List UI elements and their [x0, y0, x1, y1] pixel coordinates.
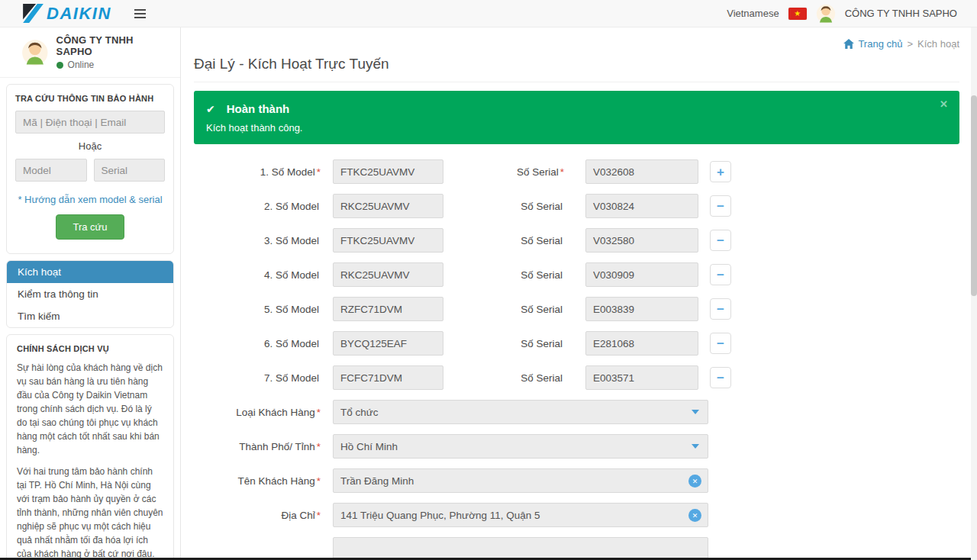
- page-title: Đại Lý - Kích Hoạt Trực Tuyến: [194, 56, 959, 72]
- or-label: Hoặc: [15, 140, 165, 152]
- remove-row-button[interactable]: −: [710, 298, 731, 320]
- city-label: Thành Phố/ Tỉnh*: [194, 441, 321, 452]
- brand-wordmark: DAIKIN: [47, 4, 111, 24]
- top-bar: DAIKIN Vietnamese ★ CÔNG TY TNHH SAPHO: [0, 0, 977, 27]
- serial-input[interactable]: [585, 297, 698, 321]
- remove-row-button[interactable]: −: [710, 264, 731, 285]
- clear-field-icon[interactable]: [688, 475, 701, 488]
- product-row: 4. Số Model Số Serial −: [194, 262, 959, 287]
- phone-input[interactable]: [333, 537, 708, 560]
- customer-type-row: Loại Khách Hàng*: [194, 400, 959, 424]
- online-status-label: Online: [68, 60, 95, 70]
- product-row: 1. Số Model* Số Serial* +: [194, 159, 959, 184]
- product-row: 5. Số Model Số Serial −: [194, 297, 959, 321]
- policy-paragraph: Với hai trung tâm bảo hành chính tại TP.…: [17, 465, 163, 560]
- serial-input[interactable]: [585, 228, 698, 253]
- warranty-search-card: TRA CỨU THÔNG TIN BẢO HÀNH Hoặc * Hướng …: [6, 84, 174, 254]
- model-label: 3. Số Model: [194, 235, 321, 246]
- model-input[interactable]: [333, 365, 443, 390]
- policy-title: CHÍNH SÁCH DỊCH VỤ: [17, 344, 163, 353]
- serial-label: Số Serial: [443, 372, 564, 384]
- model-input[interactable]: [333, 297, 443, 321]
- product-row: 3. Số Model Số Serial −: [194, 228, 959, 253]
- serial-label: Số Serial*: [443, 166, 564, 178]
- breadcrumb-separator: >: [907, 38, 913, 50]
- model-label: 2. Số Model: [194, 201, 321, 212]
- remove-row-button[interactable]: −: [710, 367, 731, 388]
- address-label: Địa Chỉ*: [194, 510, 321, 521]
- success-alert: Hoàn thành Kích hoạt thành công.: [194, 91, 959, 144]
- serial-label: Số Serial: [443, 269, 564, 281]
- customer-type-label: Loại Khách Hàng*: [194, 407, 321, 418]
- alert-title: Hoàn thành: [227, 102, 290, 115]
- alert-close-icon[interactable]: [940, 98, 948, 110]
- search-card-title: TRA CỨU THÔNG TIN BẢO HÀNH: [15, 94, 165, 103]
- serial-input[interactable]: [585, 331, 698, 356]
- alert-message: Kích hoạt thành công.: [206, 122, 947, 134]
- address-row: Địa Chỉ*: [194, 503, 959, 527]
- search-button[interactable]: Tra cứu: [56, 214, 124, 240]
- clear-field-icon[interactable]: [688, 509, 701, 522]
- next-field-row-partial: [194, 537, 959, 560]
- serial-input[interactable]: [585, 194, 698, 218]
- serial-label: Số Serial: [443, 235, 564, 246]
- sidebar-user-name: CÔNG TY TNHH SAPHO: [56, 34, 171, 57]
- model-input[interactable]: [333, 228, 443, 253]
- home-icon: [843, 39, 854, 49]
- serial-label: Số Serial: [443, 338, 564, 349]
- model-serial-guide-link[interactable]: * Hướng dẫn xem model & serial: [15, 194, 165, 205]
- model-label: 5. Số Model: [194, 304, 321, 315]
- sidebar-user-panel: CÔNG TY TNHH SAPHO Online: [0, 27, 180, 78]
- city-select[interactable]: [333, 434, 708, 459]
- breadcrumb-home-link[interactable]: Trang chủ: [843, 38, 902, 50]
- title-divider: [194, 82, 959, 82]
- serial-label: Số Serial: [443, 304, 564, 315]
- policy-paragraph: Sự hài lòng của khách hàng về dịch vụ sa…: [17, 361, 163, 457]
- search-serial-input[interactable]: [94, 159, 166, 182]
- scrollbar-thumb[interactable]: [971, 95, 977, 296]
- main-content: Trang chủ > Kích hoạt Đại Lý - Kích Hoạt…: [181, 27, 977, 560]
- model-input[interactable]: [333, 194, 443, 218]
- sidebar: CÔNG TY TNHH SAPHO Online TRA CỨU THÔNG …: [0, 27, 181, 560]
- model-label: 6. Số Model: [194, 338, 321, 349]
- vietnam-flag-icon[interactable]: ★: [788, 8, 807, 20]
- daikin-logo-icon: [23, 4, 44, 23]
- product-row: 2. Số Model Số Serial −: [194, 194, 959, 218]
- add-row-button[interactable]: +: [710, 161, 731, 182]
- sidebar-menu: Kích hoạt Kiểm tra thông tin Tìm kiếm: [6, 260, 174, 328]
- online-status-dot: [56, 62, 63, 69]
- language-selector[interactable]: Vietnamese: [727, 8, 779, 19]
- city-row: Thành Phố/ Tỉnh*: [194, 434, 959, 459]
- serial-input[interactable]: [585, 365, 698, 390]
- menu-toggle-icon[interactable]: [131, 6, 149, 21]
- breadcrumb-current: Kích hoạt: [917, 38, 959, 50]
- model-label: 4. Số Model: [194, 269, 321, 281]
- sidebar-user-avatar: [21, 39, 49, 66]
- breadcrumb: Trang chủ > Kích hoạt: [194, 27, 959, 50]
- customer-name-input[interactable]: [333, 468, 708, 493]
- vertical-scrollbar[interactable]: [971, 27, 977, 560]
- sidebar-item-search[interactable]: Tìm kiếm: [7, 305, 173, 327]
- remove-row-button[interactable]: −: [710, 195, 731, 217]
- model-input[interactable]: [333, 331, 443, 356]
- remove-row-button[interactable]: −: [710, 230, 731, 251]
- model-label: 1. Số Model*: [194, 166, 321, 178]
- sidebar-item-activate[interactable]: Kích hoạt: [7, 261, 173, 283]
- activation-form: 1. Số Model* Số Serial* + 2. Số Model Số…: [194, 159, 959, 560]
- serial-input[interactable]: [585, 159, 698, 184]
- model-input[interactable]: [333, 262, 443, 287]
- remove-row-button[interactable]: −: [710, 333, 731, 354]
- top-user-name[interactable]: CÔNG TY TNHH SAPHO: [845, 8, 957, 19]
- customer-type-select[interactable]: [333, 400, 708, 424]
- serial-input[interactable]: [585, 262, 698, 287]
- search-model-input[interactable]: [15, 159, 87, 182]
- check-icon: [206, 102, 215, 115]
- user-avatar[interactable]: [816, 4, 836, 24]
- search-code-input[interactable]: [15, 111, 165, 134]
- daikin-logo[interactable]: DAIKIN: [23, 4, 111, 24]
- product-row: 7. Số Model Số Serial −: [194, 365, 959, 390]
- address-input[interactable]: [333, 503, 708, 527]
- sidebar-item-check-info[interactable]: Kiểm tra thông tin: [7, 283, 173, 305]
- service-policy-card: CHÍNH SÁCH DỊCH VỤ Sự hài lòng của khách…: [6, 334, 174, 560]
- model-input[interactable]: [333, 159, 443, 184]
